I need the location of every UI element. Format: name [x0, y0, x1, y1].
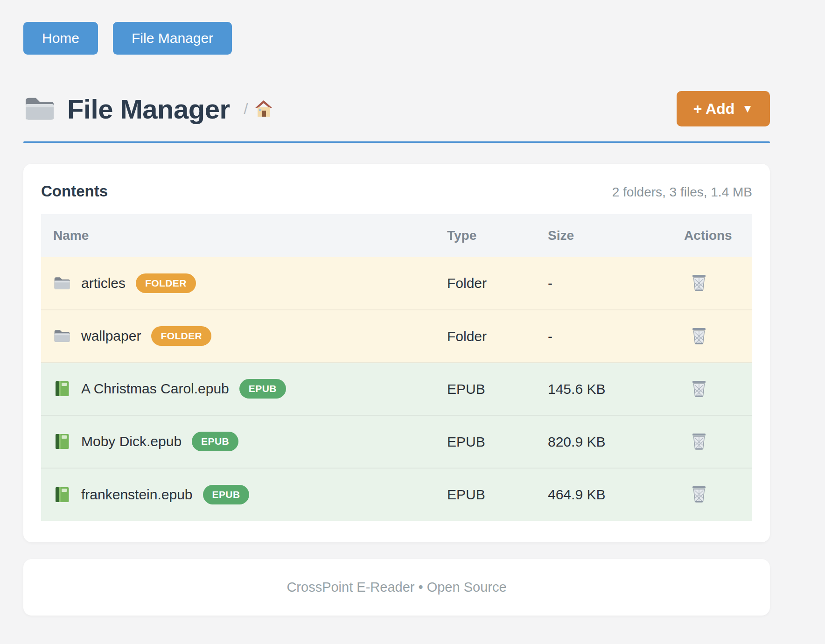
delete-button[interactable]	[691, 432, 707, 450]
trash-icon	[691, 432, 707, 450]
item-type: EPUB	[447, 434, 485, 449]
type-badge: EPUB	[192, 432, 238, 451]
breadcrumb-separator: /	[244, 100, 248, 118]
folder-icon	[23, 95, 56, 123]
delete-button[interactable]	[691, 379, 707, 398]
contents-card: Contents 2 folders, 3 files, 1.4 MB Name…	[23, 164, 770, 542]
table-row: wallpaper FOLDER Folder -	[41, 310, 752, 363]
footer-text: CrossPoint E-Reader • Open Source	[287, 580, 506, 595]
column-header-actions: Actions	[684, 214, 752, 257]
item-size: 145.6 KB	[548, 381, 605, 397]
item-type: Folder	[447, 329, 487, 344]
breadcrumb: /	[244, 99, 273, 118]
top-nav: Home File Manager	[23, 22, 770, 55]
item-name: articles	[81, 275, 126, 291]
folder-icon	[53, 328, 71, 344]
item-type: Folder	[447, 275, 487, 291]
file-link[interactable]: A Christmas Carol.epub EPUB	[53, 379, 286, 399]
contents-card-header: Contents 2 folders, 3 files, 1.4 MB	[41, 182, 752, 200]
folder-icon	[53, 275, 71, 292]
delete-button[interactable]	[691, 326, 707, 345]
type-badge: FOLDER	[151, 326, 211, 346]
type-badge: FOLDER	[136, 273, 196, 293]
delete-button[interactable]	[691, 484, 707, 503]
folder-link[interactable]: wallpaper FOLDER	[53, 326, 211, 346]
item-size: 820.9 KB	[548, 434, 605, 449]
chevron-down-icon: ▼	[742, 102, 753, 115]
column-header-type: Type	[447, 214, 548, 257]
folder-link[interactable]: articles FOLDER	[53, 273, 196, 293]
column-header-name: Name	[41, 214, 447, 257]
file-table: Name Type Size Actions articles FOLDER	[41, 214, 752, 521]
trash-icon	[691, 484, 707, 503]
item-size: -	[548, 329, 552, 344]
home-nav-button[interactable]: Home	[23, 22, 98, 55]
file-link[interactable]: Moby Dick.epub EPUB	[53, 432, 238, 451]
column-header-size: Size	[548, 214, 684, 257]
item-name: A Christmas Carol.epub	[81, 381, 229, 397]
green-book-icon	[53, 433, 71, 450]
title-divider	[23, 141, 770, 143]
item-size: 464.9 KB	[548, 487, 605, 502]
file-link[interactable]: frankenstein.epub EPUB	[53, 485, 249, 504]
page: Home File Manager File Manager / + Add ▼…	[23, 0, 770, 616]
file-manager-nav-button[interactable]: File Manager	[113, 22, 232, 55]
item-type: EPUB	[447, 381, 485, 397]
table-row: articles FOLDER Folder -	[41, 257, 752, 310]
add-button[interactable]: + Add ▼	[677, 91, 770, 126]
page-header: File Manager / + Add ▼	[23, 91, 770, 126]
home-icon[interactable]	[254, 99, 273, 118]
table-row: Moby Dick.epub EPUB EPUB 820.9 KB	[41, 415, 752, 468]
item-size: -	[548, 275, 552, 291]
add-button-label: + Add	[693, 100, 735, 118]
table-row: frankenstein.epub EPUB EPUB 464.9 KB	[41, 468, 752, 521]
item-type: EPUB	[447, 487, 485, 502]
green-book-icon	[53, 486, 71, 503]
contents-title: Contents	[41, 182, 108, 200]
trash-icon	[691, 326, 707, 345]
trash-icon	[691, 273, 707, 292]
green-book-icon	[53, 380, 71, 397]
contents-summary: 2 folders, 3 files, 1.4 MB	[612, 185, 752, 200]
type-badge: EPUB	[239, 379, 286, 399]
table-header-row: Name Type Size Actions	[41, 214, 752, 257]
type-badge: EPUB	[203, 485, 250, 504]
title-block: File Manager /	[23, 93, 273, 125]
item-name: wallpaper	[81, 328, 141, 344]
delete-button[interactable]	[691, 273, 707, 292]
item-name: frankenstein.epub	[81, 487, 193, 503]
page-title: File Manager	[67, 93, 230, 125]
table-row: A Christmas Carol.epub EPUB EPUB 145.6 K…	[41, 363, 752, 415]
footer: CrossPoint E-Reader • Open Source	[23, 559, 770, 616]
item-name: Moby Dick.epub	[81, 434, 182, 449]
trash-icon	[691, 379, 707, 398]
